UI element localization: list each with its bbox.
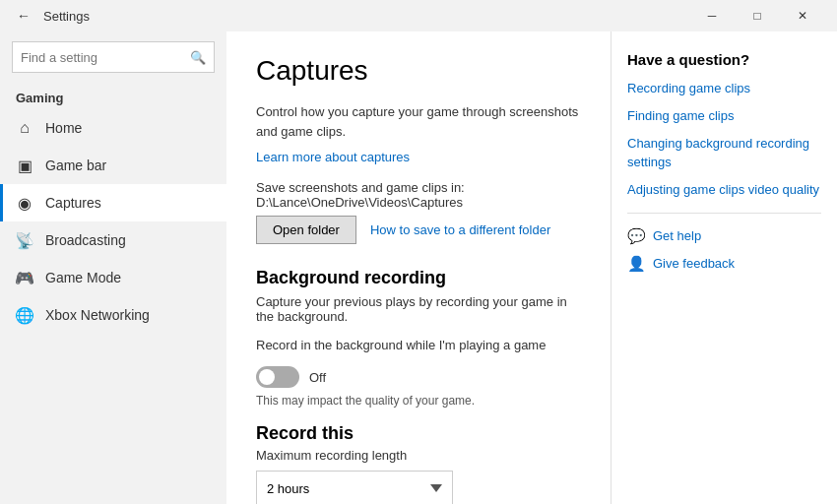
back-button[interactable]: ← [12, 4, 35, 28]
page-description: Control how you capture your game throug… [256, 102, 581, 141]
max-recording-label: Maximum recording length [256, 448, 581, 463]
record-this-title: Record this [256, 423, 581, 444]
open-folder-button[interactable]: Open folder [256, 216, 356, 244]
get-help-text[interactable]: Get help [653, 228, 701, 243]
panel-title: Have a question? [627, 51, 821, 68]
panel-link-changing[interactable]: Changing background recording settings [627, 135, 821, 170]
folder-actions: Open folder How to save to a different f… [256, 216, 581, 244]
sidebar-section-title: Gaming [0, 83, 226, 109]
window-controls: ─ □ ✕ [689, 0, 825, 32]
background-toggle-row: Off [256, 366, 581, 388]
give-feedback-icon: 👤 [627, 255, 645, 273]
minimize-button[interactable]: ─ [689, 0, 735, 32]
sidebar-item-label: Xbox Networking [45, 307, 150, 323]
search-box[interactable]: 🔍 [12, 41, 215, 73]
recording-length-select[interactable]: 30 minutes 1 hour 2 hours 4 hours [256, 471, 453, 504]
sidebar: 🔍 Gaming ⌂ Home ▣ Game bar ◉ Captures 📡 … [0, 32, 226, 504]
sidebar-item-game-mode[interactable]: 🎮 Game Mode [0, 259, 226, 296]
panel-link-recording[interactable]: Recording game clips [627, 80, 821, 97]
app-title: Settings [43, 9, 689, 24]
panel-divider [627, 213, 821, 214]
record-this-section: Record this Maximum recording length 30 … [256, 423, 581, 504]
recording-length-select-row: 30 minutes 1 hour 2 hours 4 hours [256, 471, 581, 504]
close-icon: ✕ [798, 9, 807, 23]
panel-link-adjusting[interactable]: Adjusting game clips video quality [627, 181, 821, 199]
page-title: Captures [256, 55, 581, 87]
background-recording-section: Background recording Capture your previo… [256, 268, 581, 408]
broadcasting-icon: 📡 [16, 231, 33, 249]
give-feedback-text[interactable]: Give feedback [653, 256, 735, 271]
search-icon: 🔍 [190, 50, 206, 65]
maximize-button[interactable]: □ [735, 0, 780, 32]
sidebar-item-game-bar[interactable]: ▣ Game bar [0, 147, 226, 184]
maximize-icon: □ [753, 9, 760, 23]
back-icon: ← [17, 8, 31, 24]
main-content: Captures Control how you capture your ga… [226, 32, 611, 504]
sidebar-item-label: Home [45, 120, 82, 136]
sidebar-item-label: Game Mode [45, 270, 121, 285]
how-to-save-link[interactable]: How to save to a different folder [370, 222, 550, 237]
home-icon: ⌂ [16, 119, 33, 137]
sidebar-item-xbox-networking[interactable]: 🌐 Xbox Networking [0, 296, 226, 334]
sidebar-item-home[interactable]: ⌂ Home [0, 109, 226, 147]
sidebar-item-broadcasting[interactable]: 📡 Broadcasting [0, 221, 226, 259]
toggle-state-label: Off [309, 370, 326, 385]
give-feedback-action[interactable]: 👤 Give feedback [627, 255, 821, 273]
background-toggle-label: Record in the background while I'm playi… [256, 338, 581, 352]
background-toggle[interactable] [256, 366, 299, 388]
right-panel: Have a question? Recording game clips Fi… [611, 32, 837, 504]
minimize-icon: ─ [708, 9, 717, 23]
sidebar-item-label: Game bar [45, 158, 106, 173]
sidebar-item-label: Captures [45, 195, 101, 211]
panel-link-finding[interactable]: Finding game clips [627, 107, 821, 125]
captures-icon: ◉ [16, 194, 33, 212]
xbox-networking-icon: 🌐 [16, 306, 33, 324]
titlebar: ← Settings ─ □ ✕ [0, 0, 837, 32]
learn-more-link[interactable]: Learn more about captures [256, 150, 410, 164]
save-path-text: Save screenshots and game clips in: D:\L… [256, 180, 581, 210]
game-bar-icon: ▣ [16, 157, 33, 174]
sidebar-item-captures[interactable]: ◉ Captures [0, 184, 226, 221]
background-recording-title: Background recording [256, 268, 581, 288]
get-help-icon: 💬 [627, 227, 645, 245]
toggle-knob [259, 369, 275, 385]
get-help-action[interactable]: 💬 Get help [627, 227, 821, 245]
sidebar-item-label: Broadcasting [45, 232, 126, 248]
background-recording-desc: Capture your previous plays by recording… [256, 294, 581, 324]
game-mode-icon: 🎮 [16, 269, 33, 286]
app-body: 🔍 Gaming ⌂ Home ▣ Game bar ◉ Captures 📡 … [0, 32, 837, 504]
impact-note: This may impact the quality of your game… [256, 394, 581, 408]
search-input[interactable] [21, 50, 190, 65]
close-button[interactable]: ✕ [780, 0, 825, 32]
